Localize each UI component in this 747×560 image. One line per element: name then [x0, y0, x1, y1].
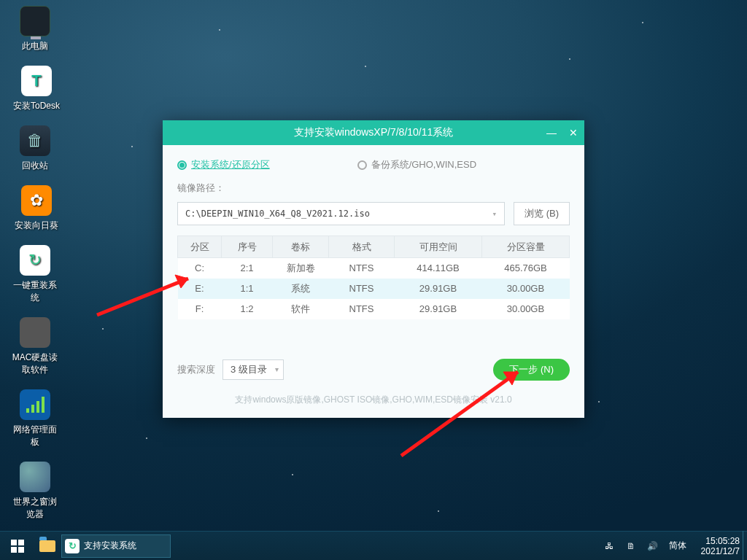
- network-icon[interactable]: 🖧: [603, 541, 615, 551]
- desktop-icons: 此电脑 T 安装ToDesk 🗑 回收站 ✿ 安装向日葵 ↻ 一键重装系统 MA…: [10, 6, 112, 560]
- desktop-icon-label: 安装ToDesk: [12, 100, 61, 112]
- globe-icon: [20, 462, 50, 492]
- search-depth-label: 搜索深度: [177, 363, 215, 376]
- browse-button[interactable]: 浏览 (B): [514, 202, 570, 225]
- file-explorer-task[interactable]: [35, 532, 60, 561]
- desktop-icon-net-panel[interactable]: 网络管理面板: [10, 389, 60, 448]
- minimize-button[interactable]: —: [546, 127, 557, 139]
- action-center-icon[interactable]: 🗎: [625, 541, 637, 551]
- desktop-icon-label: 此电脑: [10, 40, 60, 52]
- desktop-icon-recycle-bin[interactable]: 🗑 回收站: [10, 125, 60, 172]
- table-row[interactable]: E: 1:1 系统 NTFS 29.91GB 30.00GB: [178, 279, 570, 299]
- window-titlebar[interactable]: 支持安装windowsXP/7/8/10/11系统 — ✕: [163, 120, 584, 145]
- desktop-icon-label: 回收站: [10, 160, 60, 172]
- desktop-icon-label: 安装向日葵: [12, 219, 61, 232]
- close-button[interactable]: ✕: [568, 127, 578, 139]
- mode-label: 备份系统/GHO,WIN,ESD: [371, 158, 476, 171]
- chevron-down-icon: ▾: [275, 365, 279, 373]
- image-path-label: 镜像路径：: [177, 182, 570, 195]
- desktop-icon-this-pc[interactable]: 此电脑: [10, 6, 60, 52]
- col-index: 序号: [222, 236, 273, 258]
- desktop-icon-mac-disk-reader[interactable]: MAC硬盘读取软件: [10, 317, 60, 376]
- todesk-icon: T: [21, 66, 52, 96]
- installer-task-icon: ↻: [65, 539, 80, 553]
- trash-icon: 🗑: [20, 125, 50, 156]
- taskbar-clock[interactable]: 15:05:28 2021/12/7: [697, 536, 740, 556]
- radio-off-icon: [357, 160, 367, 170]
- col-partition: 分区: [178, 236, 222, 258]
- partition-table: 分区 序号 卷标 格式 可用空间 分区容量 C: 2:1 新加卷 NTFS 41…: [177, 236, 570, 319]
- mode-install-restore[interactable]: 安装系统/还原分区: [177, 158, 270, 171]
- desktop-icon-label: MAC硬盘读取软件: [10, 351, 60, 376]
- active-task-installer[interactable]: ↻ 支持安装系统: [61, 534, 171, 558]
- radio-on-icon: [177, 160, 187, 170]
- desktop-icon-install-sunflower[interactable]: ✿ 安装向日葵: [12, 185, 61, 232]
- col-free: 可用空间: [395, 236, 482, 258]
- system-tray: 🖧 🗎 🔊 简体 15:05:28 2021/12/7: [603, 536, 747, 556]
- clock-time: 15:05:28: [701, 536, 740, 546]
- desktop-icon-install-todesk[interactable]: T 安装ToDesk: [12, 66, 61, 112]
- mode-label: 安装系统/还原分区: [191, 158, 270, 171]
- desktop-icon-one-key-reinstall[interactable]: ↻ 一键重装系统: [10, 245, 60, 304]
- desktop-icon-label: 网络管理面板: [10, 424, 60, 448]
- fine-print: 支持windows原版镜像,GHOST ISO镜像,GHO,WIM,ESD镜像安…: [177, 394, 570, 406]
- ime-indicator[interactable]: 简体: [669, 540, 686, 552]
- folder-icon: [39, 540, 55, 552]
- volume-icon[interactable]: 🔊: [647, 541, 659, 551]
- apple-icon: [20, 317, 50, 348]
- this-pc-icon: [20, 6, 50, 36]
- col-cap: 分区容量: [482, 236, 570, 258]
- show-desktop-button[interactable]: [743, 531, 747, 560]
- desktop-icon-label: 世界之窗浏览器: [10, 496, 60, 521]
- col-fs: 格式: [329, 236, 395, 258]
- clock-date: 2021/12/7: [701, 546, 740, 556]
- taskbar: ↻ 支持安装系统 🖧 🗎 🔊 简体 15:05:28 2021/12/7: [0, 531, 747, 560]
- start-button[interactable]: [0, 532, 35, 561]
- sunflower-icon: ✿: [21, 185, 52, 216]
- search-depth-select[interactable]: 3 级目录 ▾: [222, 359, 284, 380]
- desktop-icon-world-browser[interactable]: 世界之窗浏览器: [10, 462, 60, 521]
- table-row[interactable]: F: 1:2 软件 NTFS 29.91GB 30.00GB: [178, 299, 570, 319]
- search-depth-value: 3 级目录: [231, 363, 267, 376]
- installer-window: 支持安装windowsXP/7/8/10/11系统 — ✕ 安装系统/还原分区 …: [163, 120, 584, 418]
- table-row[interactable]: C: 2:1 新加卷 NTFS 414.11GB 465.76GB: [178, 258, 570, 279]
- mode-backup[interactable]: 备份系统/GHO,WIN,ESD: [357, 158, 476, 171]
- one-key-icon: ↻: [20, 245, 50, 276]
- windows-logo-icon: [11, 540, 24, 553]
- image-path-combo[interactable]: C:\DEEPIN_WIN10_X64_Q8_V2021.12.iso ▾: [177, 202, 505, 225]
- chevron-down-icon: ▾: [492, 209, 497, 219]
- desktop-icon-label: 一键重装系统: [10, 279, 60, 304]
- active-task-label: 支持安装系统: [84, 540, 136, 552]
- image-path-value: C:\DEEPIN_WIN10_X64_Q8_V2021.12.iso: [185, 209, 370, 219]
- next-button[interactable]: 下一步 (N): [493, 359, 570, 381]
- col-volume: 卷标: [273, 236, 329, 258]
- network-bars-icon: [20, 389, 50, 420]
- window-title: 支持安装windowsXP/7/8/10/11系统: [294, 126, 454, 139]
